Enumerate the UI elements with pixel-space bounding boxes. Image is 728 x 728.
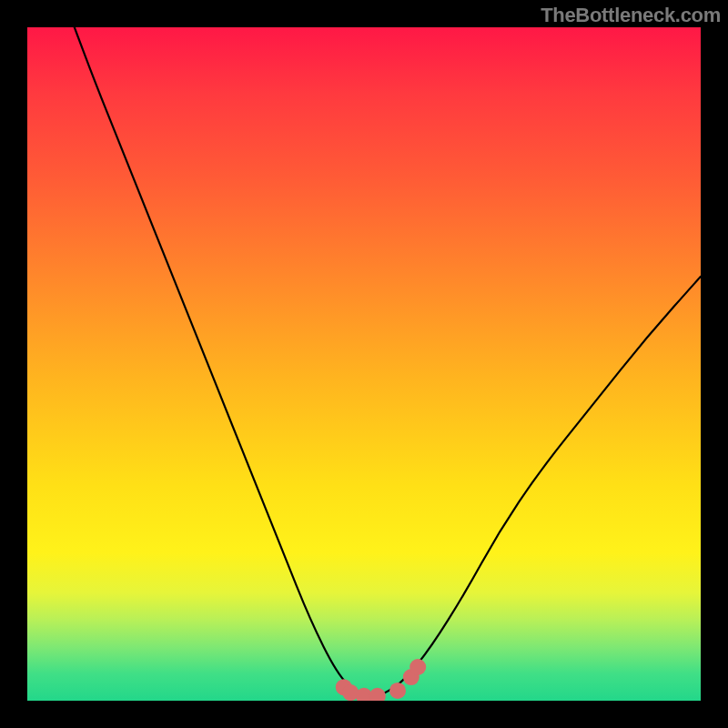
bottleneck-curve-line — [75, 27, 701, 696]
watermark-label: TheBottleneck.com — [541, 4, 721, 27]
gradient-plot-area — [27, 27, 701, 701]
trough-marker — [410, 659, 426, 675]
trough-marker — [389, 682, 406, 699]
chart-frame: TheBottleneck.com — [0, 0, 728, 728]
trough-marker-group — [336, 659, 426, 701]
bottleneck-curve-svg — [27, 27, 701, 701]
trough-marker — [369, 688, 386, 701]
